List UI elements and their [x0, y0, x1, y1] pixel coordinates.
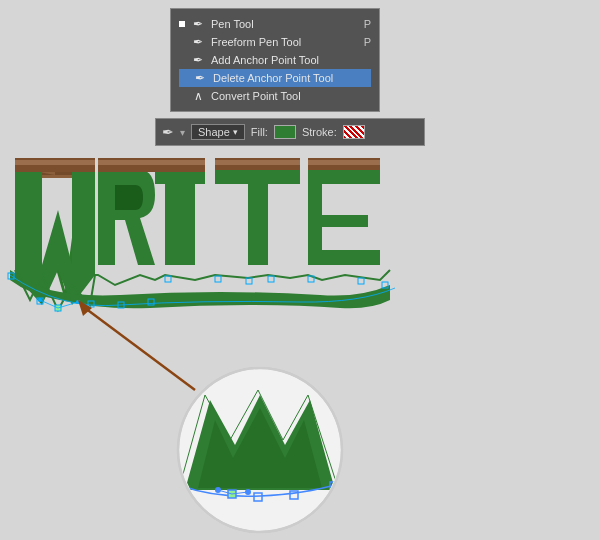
- freeform-shortcut: P: [364, 36, 371, 48]
- options-bar: ✒ ▾ Shape Fill: Stroke:: [155, 118, 425, 146]
- svg-rect-15: [248, 184, 268, 265]
- fill-label: Fill:: [251, 126, 268, 138]
- shape-label: Shape: [198, 126, 230, 138]
- svg-rect-13: [215, 160, 300, 165]
- freeform-icon: ✒: [189, 35, 207, 49]
- svg-rect-8: [165, 170, 195, 265]
- pen-icon: ✒: [189, 17, 207, 31]
- svg-rect-20: [308, 215, 368, 227]
- delete-anchor-icon: ✒: [191, 71, 209, 85]
- pen-tool-label: Pen Tool: [211, 18, 254, 30]
- options-divider: ▾: [180, 127, 185, 138]
- stroke-label: Stroke:: [302, 126, 337, 138]
- svg-point-37: [38, 298, 42, 302]
- freeform-pen-tool[interactable]: ✒ Freeform Pen Tool P: [179, 33, 371, 51]
- add-anchor-tool[interactable]: ✒ Add Anchor Point Tool: [179, 51, 371, 69]
- selection-dot: [179, 21, 185, 27]
- add-anchor-label: Add Anchor Point Tool: [211, 54, 319, 66]
- convert-label: Convert Point Tool: [211, 90, 301, 102]
- svg-rect-9: [155, 170, 205, 184]
- delete-anchor-tool[interactable]: ✒ Delete Anchor Point Tool: [179, 69, 371, 87]
- svg-point-51: [245, 489, 251, 495]
- svg-rect-7: [98, 160, 155, 165]
- freeform-label: Freeform Pen Tool: [211, 36, 301, 48]
- svg-rect-14: [215, 170, 300, 184]
- svg-rect-21: [308, 250, 380, 265]
- pen-shortcut: P: [364, 18, 371, 30]
- fill-color-swatch[interactable]: [274, 125, 296, 139]
- svg-rect-17: [308, 160, 380, 165]
- svg-point-50: [215, 487, 221, 493]
- convert-point-tool[interactable]: ∧ Convert Point Tool: [179, 87, 371, 105]
- svg-rect-5: [15, 160, 95, 165]
- svg-rect-11: [155, 160, 205, 165]
- pen-tool[interactable]: ✒ Pen Tool P: [179, 15, 371, 33]
- shape-dropdown[interactable]: Shape: [191, 124, 245, 140]
- tool-panel: ✒ Pen Tool P ✒ Freeform Pen Tool P ✒ Add…: [170, 8, 380, 112]
- add-anchor-icon: ✒: [189, 53, 207, 67]
- convert-icon: ∧: [189, 89, 207, 103]
- options-pen-icon: ✒: [162, 124, 174, 140]
- stroke-color-swatch[interactable]: [343, 125, 365, 139]
- zoom-circle: [178, 368, 342, 532]
- delete-anchor-label: Delete Anchor Point Tool: [213, 72, 333, 84]
